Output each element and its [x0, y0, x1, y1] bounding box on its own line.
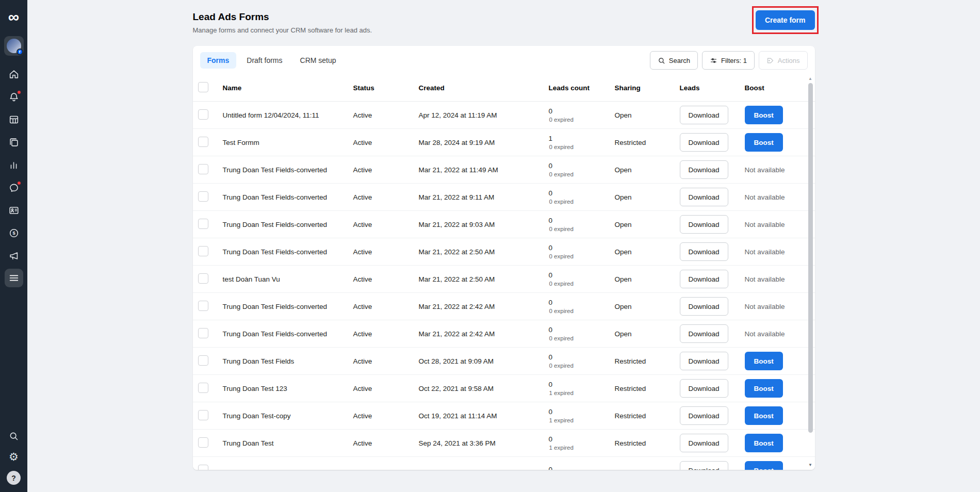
row-checkbox[interactable] [198, 410, 208, 420]
search-icon[interactable] [8, 430, 20, 442]
download-button[interactable]: Download [680, 406, 728, 425]
boost-cell: Not available [745, 193, 815, 201]
boost-button[interactable]: Boost [745, 434, 783, 452]
download-button[interactable]: Download [680, 160, 728, 179]
col-header-leads[interactable]: Leads [680, 84, 745, 92]
business-profile-button[interactable]: f [4, 36, 24, 56]
download-button[interactable]: Download [680, 188, 728, 206]
form-status: Active [353, 139, 419, 146]
form-name[interactable]: Test Formm [223, 139, 353, 146]
col-header-status[interactable]: Status [353, 84, 419, 92]
row-checkbox[interactable] [198, 437, 208, 448]
form-name[interactable]: test Doàn Tuan Vu [223, 275, 353, 283]
boost-button[interactable]: Boost [745, 133, 783, 152]
form-name[interactable]: Trung Doan Test Fields-converted [223, 166, 353, 174]
row-checkbox[interactable] [198, 219, 208, 229]
download-button[interactable]: Download [680, 106, 728, 124]
download-button[interactable]: Download [680, 352, 728, 370]
search-button[interactable]: Search [650, 51, 698, 70]
boost-cell: Not available [745, 221, 815, 228]
form-name[interactable]: Trung Doan Test Fields-converted [223, 330, 353, 338]
row-checkbox[interactable] [198, 109, 208, 120]
select-all-checkbox[interactable] [198, 82, 208, 92]
table-row: Trung Doan Test Active Sep 24, 2021 at 3… [193, 430, 815, 457]
not-available-label: Not available [745, 303, 785, 310]
download-button[interactable]: Download [680, 324, 728, 343]
home-icon[interactable] [8, 68, 20, 80]
download-button[interactable]: Download [680, 379, 728, 398]
col-header-leads-count[interactable]: Leads count [549, 84, 615, 92]
form-name[interactable]: Trung Doan Test 123 [223, 385, 353, 392]
scroll-down-icon[interactable]: ▼ [807, 462, 814, 468]
meta-logo-icon[interactable]: ∞ [8, 9, 19, 25]
actions-button[interactable]: Actions [759, 51, 808, 70]
boost-button[interactable]: Boost [745, 379, 783, 398]
row-checkbox[interactable] [198, 465, 208, 470]
tab-forms[interactable]: Forms [200, 52, 237, 69]
boost-button[interactable]: Boost [745, 106, 783, 124]
boost-cell: Boost [745, 106, 815, 124]
form-name[interactable]: Trung Doan Test Fields-converted [223, 303, 353, 310]
col-header-name[interactable]: Name [223, 84, 353, 92]
tab-crm-setup[interactable]: CRM setup [293, 52, 344, 69]
row-checkbox[interactable] [198, 328, 208, 338]
form-created: Mar 21, 2022 at 2:42 AM [419, 330, 549, 338]
row-checkbox[interactable] [198, 191, 208, 202]
row-checkbox[interactable] [198, 246, 208, 256]
form-name[interactable]: Trung Doan Test [223, 439, 353, 447]
row-checkbox[interactable] [198, 301, 208, 311]
col-header-created[interactable]: Created [419, 84, 549, 92]
help-button[interactable]: ? [7, 471, 21, 485]
settings-gear-icon[interactable]: ⚙ [8, 450, 20, 463]
form-name[interactable]: Trung Doan Test-copy [223, 412, 353, 420]
leads-center-card-icon[interactable] [8, 204, 20, 217]
row-checkbox[interactable] [198, 355, 208, 366]
row-checkbox[interactable] [198, 383, 208, 393]
row-checkbox[interactable] [198, 273, 208, 284]
scrollbar-thumb[interactable] [808, 83, 813, 433]
download-button[interactable]: Download [680, 215, 728, 234]
create-form-button[interactable]: Create form [756, 10, 815, 30]
table-row: test Doàn Tuan Vu Active Mar 21, 2022 at… [193, 266, 815, 293]
col-header-sharing[interactable]: Sharing [615, 84, 680, 92]
promotions-megaphone-icon[interactable] [8, 250, 20, 262]
table-row: 0 Download Boost [193, 457, 815, 470]
content-layers-icon[interactable] [8, 136, 20, 149]
table-row: Test Formm Active Mar 28, 2024 at 9:19 A… [193, 129, 815, 156]
vertical-scrollbar[interactable]: ▲ ▼ [807, 75, 814, 468]
all-tools-menu-button[interactable] [5, 269, 23, 287]
form-status: Active [353, 412, 419, 420]
table-body: Untitled form 12/04/2024, 11:11 Active A… [193, 102, 815, 470]
boost-button[interactable]: Boost [745, 352, 783, 370]
download-button[interactable]: Download [680, 434, 728, 452]
download-button[interactable]: Download [680, 297, 728, 316]
inbox-chat-icon[interactable] [8, 182, 20, 194]
download-button[interactable]: Download [680, 133, 728, 152]
boost-button[interactable]: Boost [745, 461, 783, 470]
form-name[interactable]: Trung Doan Test Fields [223, 357, 353, 365]
facebook-badge-icon: f [17, 48, 23, 55]
filters-button[interactable]: Filters: 1 [702, 51, 755, 70]
row-checkbox[interactable] [198, 137, 208, 147]
col-header-boost[interactable]: Boost [745, 84, 815, 92]
notification-dot [17, 90, 21, 94]
scroll-up-icon[interactable]: ▲ [807, 75, 814, 82]
notifications-bell-icon[interactable] [8, 91, 20, 103]
form-name[interactable]: Trung Doan Test Fields-converted [223, 221, 353, 228]
form-created: Oct 28, 2021 at 9:09 AM [419, 357, 549, 365]
table-row: Trung Doan Test-copy Active Oct 19, 2021… [193, 402, 815, 430]
ads-table-icon[interactable] [8, 113, 20, 126]
form-name[interactable]: Untitled form 12/04/2024, 11:11 [223, 111, 353, 119]
monetization-dollar-icon[interactable]: $ [8, 227, 20, 239]
download-button[interactable]: Download [680, 270, 728, 288]
row-checkbox[interactable] [198, 164, 208, 174]
table-row: Trung Doan Test Fields-converted Active … [193, 320, 815, 348]
form-name[interactable]: Trung Doan Test Fields-converted [223, 193, 353, 201]
tab-draft-forms[interactable]: Draft forms [239, 52, 289, 69]
leads-count: 0 [549, 271, 553, 279]
download-button[interactable]: Download [680, 461, 728, 470]
boost-button[interactable]: Boost [745, 406, 783, 425]
insights-chart-icon[interactable] [8, 159, 20, 171]
form-name[interactable]: Trung Doan Test Fields-converted [223, 248, 353, 256]
download-button[interactable]: Download [680, 242, 728, 261]
